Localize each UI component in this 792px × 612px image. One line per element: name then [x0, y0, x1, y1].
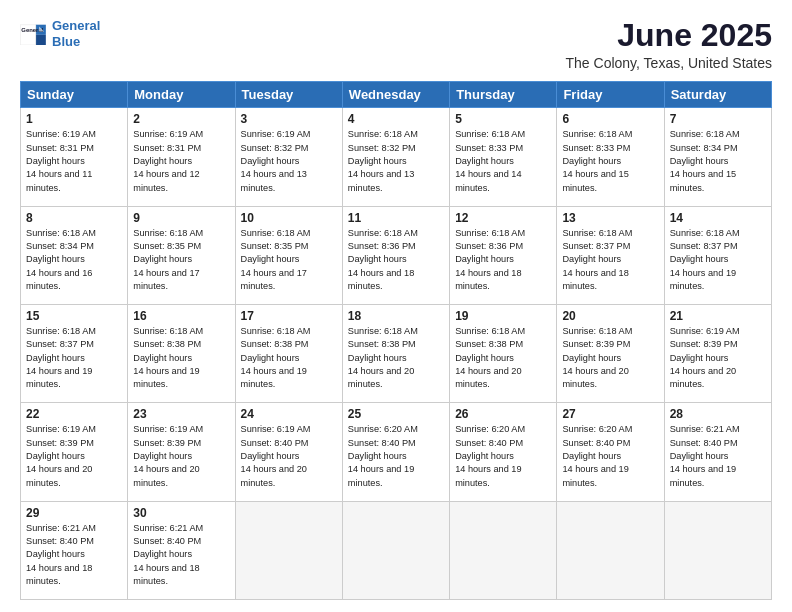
cell-info: Sunrise: 6:18 AMSunset: 8:37 PMDaylight …: [26, 326, 96, 389]
day-number: 13: [562, 211, 658, 225]
cell-info: Sunrise: 6:21 AMSunset: 8:40 PMDaylight …: [670, 424, 740, 487]
col-saturday: Saturday: [664, 82, 771, 108]
cell-info: Sunrise: 6:18 AMSunset: 8:35 PMDaylight …: [241, 228, 311, 291]
cell-info: Sunrise: 6:21 AMSunset: 8:40 PMDaylight …: [133, 523, 203, 586]
calendar-cell: 29Sunrise: 6:21 AMSunset: 8:40 PMDayligh…: [21, 501, 128, 599]
calendar-cell: 8Sunrise: 6:18 AMSunset: 8:34 PMDaylight…: [21, 206, 128, 304]
calendar-cell: 4Sunrise: 6:18 AMSunset: 8:32 PMDaylight…: [342, 108, 449, 206]
day-number: 22: [26, 407, 122, 421]
logo-text: General Blue: [52, 18, 100, 49]
header: General General Blue June 2025 The Colon…: [20, 18, 772, 71]
day-number: 2: [133, 112, 229, 126]
calendar-cell: 1Sunrise: 6:19 AMSunset: 8:31 PMDaylight…: [21, 108, 128, 206]
day-number: 3: [241, 112, 337, 126]
day-number: 9: [133, 211, 229, 225]
col-tuesday: Tuesday: [235, 82, 342, 108]
calendar-cell: 20Sunrise: 6:18 AMSunset: 8:39 PMDayligh…: [557, 304, 664, 402]
day-number: 11: [348, 211, 444, 225]
day-number: 4: [348, 112, 444, 126]
calendar-cell: 25Sunrise: 6:20 AMSunset: 8:40 PMDayligh…: [342, 403, 449, 501]
calendar-cell: 9Sunrise: 6:18 AMSunset: 8:35 PMDaylight…: [128, 206, 235, 304]
day-number: 12: [455, 211, 551, 225]
cell-info: Sunrise: 6:18 AMSunset: 8:37 PMDaylight …: [562, 228, 632, 291]
week-row-3: 15Sunrise: 6:18 AMSunset: 8:37 PMDayligh…: [21, 304, 772, 402]
calendar-cell: 7Sunrise: 6:18 AMSunset: 8:34 PMDaylight…: [664, 108, 771, 206]
cell-info: Sunrise: 6:19 AMSunset: 8:32 PMDaylight …: [241, 129, 311, 192]
main-title: June 2025: [566, 18, 772, 53]
calendar-cell: 26Sunrise: 6:20 AMSunset: 8:40 PMDayligh…: [450, 403, 557, 501]
calendar-cell: 21Sunrise: 6:19 AMSunset: 8:39 PMDayligh…: [664, 304, 771, 402]
col-wednesday: Wednesday: [342, 82, 449, 108]
day-number: 15: [26, 309, 122, 323]
calendar-cell: 2Sunrise: 6:19 AMSunset: 8:31 PMDaylight…: [128, 108, 235, 206]
logo: General General Blue: [20, 18, 100, 49]
col-monday: Monday: [128, 82, 235, 108]
day-number: 24: [241, 407, 337, 421]
day-number: 25: [348, 407, 444, 421]
day-number: 5: [455, 112, 551, 126]
title-block: June 2025 The Colony, Texas, United Stat…: [566, 18, 772, 71]
calendar-table: Sunday Monday Tuesday Wednesday Thursday…: [20, 81, 772, 600]
cell-info: Sunrise: 6:18 AMSunset: 8:39 PMDaylight …: [562, 326, 632, 389]
svg-marker-2: [36, 34, 46, 44]
calendar-cell: 6Sunrise: 6:18 AMSunset: 8:33 PMDaylight…: [557, 108, 664, 206]
day-number: 10: [241, 211, 337, 225]
day-number: 27: [562, 407, 658, 421]
calendar-cell: 16Sunrise: 6:18 AMSunset: 8:38 PMDayligh…: [128, 304, 235, 402]
logo-blue: Blue: [52, 34, 80, 49]
day-number: 8: [26, 211, 122, 225]
calendar-cell: 27Sunrise: 6:20 AMSunset: 8:40 PMDayligh…: [557, 403, 664, 501]
cell-info: Sunrise: 6:18 AMSunset: 8:36 PMDaylight …: [455, 228, 525, 291]
day-number: 16: [133, 309, 229, 323]
cell-info: Sunrise: 6:21 AMSunset: 8:40 PMDaylight …: [26, 523, 96, 586]
calendar-cell: [557, 501, 664, 599]
day-number: 7: [670, 112, 766, 126]
day-number: 20: [562, 309, 658, 323]
cell-info: Sunrise: 6:18 AMSunset: 8:38 PMDaylight …: [241, 326, 311, 389]
cell-info: Sunrise: 6:19 AMSunset: 8:31 PMDaylight …: [133, 129, 203, 192]
calendar-cell: [664, 501, 771, 599]
calendar-cell: 24Sunrise: 6:19 AMSunset: 8:40 PMDayligh…: [235, 403, 342, 501]
cell-info: Sunrise: 6:18 AMSunset: 8:38 PMDaylight …: [133, 326, 203, 389]
day-number: 28: [670, 407, 766, 421]
week-row-4: 22Sunrise: 6:19 AMSunset: 8:39 PMDayligh…: [21, 403, 772, 501]
day-number: 17: [241, 309, 337, 323]
calendar-cell: 15Sunrise: 6:18 AMSunset: 8:37 PMDayligh…: [21, 304, 128, 402]
cell-info: Sunrise: 6:18 AMSunset: 8:38 PMDaylight …: [348, 326, 418, 389]
logo-general: General: [52, 18, 100, 33]
cell-info: Sunrise: 6:18 AMSunset: 8:33 PMDaylight …: [455, 129, 525, 192]
col-thursday: Thursday: [450, 82, 557, 108]
cell-info: Sunrise: 6:20 AMSunset: 8:40 PMDaylight …: [562, 424, 632, 487]
calendar-cell: 10Sunrise: 6:18 AMSunset: 8:35 PMDayligh…: [235, 206, 342, 304]
col-sunday: Sunday: [21, 82, 128, 108]
day-number: 6: [562, 112, 658, 126]
cell-info: Sunrise: 6:18 AMSunset: 8:34 PMDaylight …: [26, 228, 96, 291]
subtitle: The Colony, Texas, United States: [566, 55, 772, 71]
cell-info: Sunrise: 6:18 AMSunset: 8:36 PMDaylight …: [348, 228, 418, 291]
cell-info: Sunrise: 6:19 AMSunset: 8:39 PMDaylight …: [133, 424, 203, 487]
cell-info: Sunrise: 6:18 AMSunset: 8:33 PMDaylight …: [562, 129, 632, 192]
day-number: 26: [455, 407, 551, 421]
day-number: 21: [670, 309, 766, 323]
week-row-5: 29Sunrise: 6:21 AMSunset: 8:40 PMDayligh…: [21, 501, 772, 599]
day-number: 19: [455, 309, 551, 323]
calendar-cell: [235, 501, 342, 599]
week-row-1: 1Sunrise: 6:19 AMSunset: 8:31 PMDaylight…: [21, 108, 772, 206]
logo-icon: General: [20, 23, 48, 45]
day-number: 29: [26, 506, 122, 520]
cell-info: Sunrise: 6:18 AMSunset: 8:35 PMDaylight …: [133, 228, 203, 291]
calendar-cell: 13Sunrise: 6:18 AMSunset: 8:37 PMDayligh…: [557, 206, 664, 304]
calendar-cell: 23Sunrise: 6:19 AMSunset: 8:39 PMDayligh…: [128, 403, 235, 501]
day-number: 18: [348, 309, 444, 323]
calendar-cell: 12Sunrise: 6:18 AMSunset: 8:36 PMDayligh…: [450, 206, 557, 304]
calendar-cell: 30Sunrise: 6:21 AMSunset: 8:40 PMDayligh…: [128, 501, 235, 599]
cell-info: Sunrise: 6:20 AMSunset: 8:40 PMDaylight …: [455, 424, 525, 487]
day-number: 14: [670, 211, 766, 225]
day-number: 1: [26, 112, 122, 126]
cell-info: Sunrise: 6:18 AMSunset: 8:32 PMDaylight …: [348, 129, 418, 192]
week-row-2: 8Sunrise: 6:18 AMSunset: 8:34 PMDaylight…: [21, 206, 772, 304]
calendar-cell: 14Sunrise: 6:18 AMSunset: 8:37 PMDayligh…: [664, 206, 771, 304]
calendar-cell: 18Sunrise: 6:18 AMSunset: 8:38 PMDayligh…: [342, 304, 449, 402]
calendar-cell: 3Sunrise: 6:19 AMSunset: 8:32 PMDaylight…: [235, 108, 342, 206]
header-row: Sunday Monday Tuesday Wednesday Thursday…: [21, 82, 772, 108]
